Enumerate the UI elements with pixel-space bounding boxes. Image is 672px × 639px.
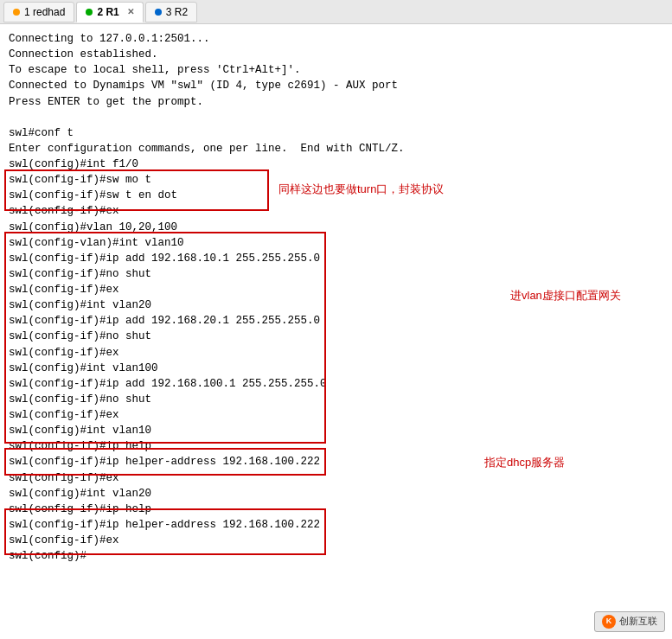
tab-dot-r1 bbox=[86, 9, 93, 16]
terminal-area[interactable]: Connecting to 127.0.0.1:2501... Connecti… bbox=[0, 24, 672, 639]
watermark-icon: K bbox=[602, 615, 616, 629]
watermark: K 创新互联 bbox=[594, 611, 665, 632]
annotation-dhcp: 指定dhcp服务器 bbox=[484, 455, 565, 471]
tab-label-redhad: 1 redhad bbox=[24, 6, 65, 18]
tab-label-r1: 2 R1 bbox=[97, 6, 118, 18]
tab-r1[interactable]: 2 R1 ✕ bbox=[76, 2, 143, 22]
tab-close-r1[interactable]: ✕ bbox=[127, 7, 134, 16]
tab-r2[interactable]: 3 R2 bbox=[145, 2, 197, 22]
annotation-turn: 同样这边也要做turn口，封装协议 bbox=[278, 182, 444, 198]
watermark-text: 创新互联 bbox=[619, 615, 657, 629]
annotation-vlan: 进vlan虚接口配置网关 bbox=[510, 288, 621, 304]
tab-redhad[interactable]: 1 redhad bbox=[3, 2, 74, 22]
title-bar: 1 redhad 2 R1 ✕ 3 R2 bbox=[0, 0, 672, 24]
tab-label-r2: 3 R2 bbox=[166, 6, 188, 18]
tab-dot-r2 bbox=[155, 9, 162, 16]
tab-dot-redhad bbox=[13, 9, 20, 16]
